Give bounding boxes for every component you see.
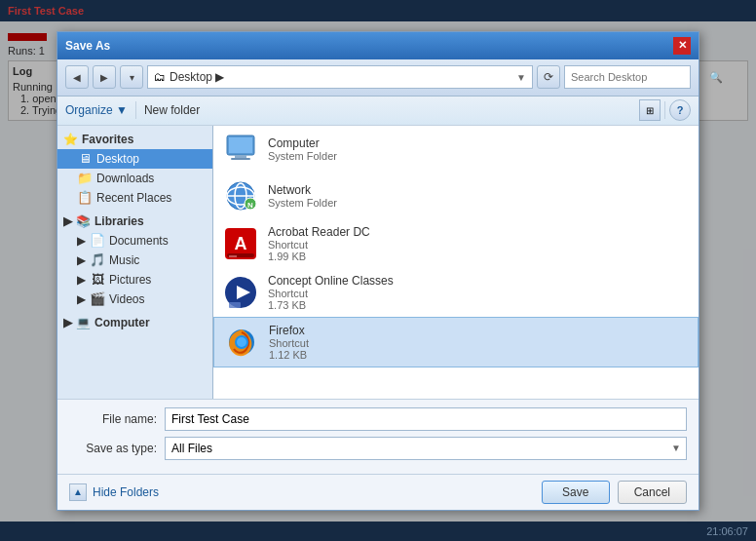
save-as-dialog: Save As ✕ ◀ ▶ ▾ 🗂 Desktop ▶ ▼ ⟳ 🔍 Organi… bbox=[57, 31, 699, 511]
file-detail: Shortcut bbox=[269, 337, 688, 349]
dialog-title: Save As bbox=[65, 39, 110, 53]
save-button[interactable]: Save bbox=[542, 481, 610, 504]
address-dropdown-arrow[interactable]: ▼ bbox=[516, 72, 526, 83]
file-name: Network bbox=[268, 183, 689, 197]
sidebar-item-music[interactable]: ▶ 🎵 Music bbox=[57, 251, 212, 270]
sidebar-item-label: Documents bbox=[109, 234, 169, 248]
toolbar-right-group: ⊞ ? bbox=[639, 99, 691, 121]
music-expand-icon: ▶ bbox=[77, 253, 86, 267]
concept-file-icon bbox=[223, 275, 258, 310]
file-item-network[interactable]: N Network System Folder bbox=[213, 173, 699, 219]
organize-toolbar: Organize ▼ New folder ⊞ ? bbox=[57, 97, 699, 126]
modal-overlay: Save As ✕ ◀ ▶ ▾ 🗂 Desktop ▶ ▼ ⟳ 🔍 Organi… bbox=[0, 0, 756, 541]
favorites-label: Favorites bbox=[82, 133, 133, 146]
computer-header[interactable]: ▶ 💻 Computer bbox=[57, 313, 212, 332]
sidebar-item-desktop[interactable]: 🖥 Desktop bbox=[57, 149, 212, 169]
file-item-computer[interactable]: Computer System Folder bbox=[213, 126, 699, 173]
hide-folders-button[interactable]: ▲ Hide Folders bbox=[69, 483, 159, 501]
organize-button[interactable]: Organize ▼ bbox=[65, 103, 128, 117]
libraries-label: Libraries bbox=[94, 214, 144, 228]
filename-input[interactable] bbox=[165, 407, 687, 431]
savetype-row: Save as type: All Files ▼ bbox=[69, 437, 687, 460]
filename-label: File name: bbox=[69, 412, 157, 426]
file-info-network: Network System Folder bbox=[268, 183, 689, 209]
favorites-section: ⭐ Favorites 🖥 Desktop 📁 Downloads 📋 Rece… bbox=[57, 130, 212, 208]
sidebar-item-videos[interactable]: ▶ 🎬 Videos bbox=[57, 290, 212, 309]
back-button[interactable]: ◀ bbox=[65, 65, 89, 89]
savetype-label: Save as type: bbox=[69, 442, 157, 455]
sidebar-item-label: Desktop bbox=[96, 152, 139, 166]
music-icon: 🎵 bbox=[90, 252, 105, 268]
recent-places-icon: 📋 bbox=[77, 190, 93, 206]
file-name: Concept Online Classes bbox=[268, 274, 689, 288]
file-detail: Shortcut bbox=[268, 288, 689, 299]
refresh-button[interactable]: ⟳ bbox=[537, 65, 560, 89]
search-bar[interactable]: 🔍 bbox=[564, 65, 691, 89]
sidebar-item-label: Pictures bbox=[109, 273, 151, 287]
sidebar-item-label: Downloads bbox=[96, 172, 154, 185]
svg-rect-16 bbox=[229, 302, 241, 308]
file-size: 1.73 KB bbox=[268, 299, 689, 311]
file-size: 1.12 KB bbox=[269, 349, 688, 361]
help-button[interactable]: ? bbox=[669, 99, 691, 121]
svg-rect-13 bbox=[229, 255, 237, 257]
dialog-sidebar: ⭐ Favorites 🖥 Desktop 📁 Downloads 📋 Rece… bbox=[57, 126, 213, 399]
dialog-nav-toolbar: ◀ ▶ ▾ 🗂 Desktop ▶ ▼ ⟳ 🔍 bbox=[57, 59, 699, 97]
svg-text:N: N bbox=[247, 201, 253, 210]
file-name: Computer bbox=[268, 136, 689, 150]
cancel-button[interactable]: Cancel bbox=[618, 481, 687, 504]
acrobat-file-icon: A bbox=[223, 226, 258, 261]
sidebar-item-label: Recent Places bbox=[96, 191, 171, 205]
sidebar-item-recent-places[interactable]: 📋 Recent Places bbox=[57, 188, 212, 208]
view-toggle-button[interactable]: ⊞ bbox=[639, 99, 661, 121]
libraries-header[interactable]: ▶ 📚 Libraries bbox=[57, 212, 212, 231]
sidebar-item-label: Music bbox=[109, 253, 139, 267]
computer-expand-icon: ▶ bbox=[63, 316, 72, 329]
svg-point-19 bbox=[237, 337, 246, 347]
recent-locations-button[interactable]: ▾ bbox=[120, 65, 143, 89]
file-name: Acrobat Reader DC bbox=[268, 225, 689, 239]
star-icon: ⭐ bbox=[63, 133, 78, 146]
savetype-wrapper: All Files ▼ bbox=[165, 437, 687, 460]
firefox-file-icon bbox=[224, 325, 259, 360]
sidebar-item-label: Videos bbox=[109, 292, 144, 306]
computer-label: Computer bbox=[94, 316, 150, 329]
favorites-header[interactable]: ⭐ Favorites bbox=[57, 130, 212, 149]
forward-button[interactable]: ▶ bbox=[93, 65, 116, 89]
libraries-section: ▶ 📚 Libraries ▶ 📄 Documents ▶ 🎵 Music bbox=[57, 212, 212, 309]
sidebar-item-documents[interactable]: ▶ 📄 Documents bbox=[57, 231, 212, 251]
folder-icon: 🗂 bbox=[154, 70, 166, 84]
network-file-icon: N bbox=[223, 178, 258, 213]
file-item-acrobat[interactable]: A Acrobat Reader DC Shortcut 1.99 KB bbox=[213, 219, 699, 268]
file-name: Firefox bbox=[269, 324, 688, 337]
pictures-expand-icon: ▶ bbox=[77, 273, 86, 287]
computer-file-icon bbox=[223, 132, 258, 167]
sidebar-item-downloads[interactable]: 📁 Downloads bbox=[57, 169, 212, 188]
address-text: Desktop ▶ bbox=[170, 70, 512, 84]
file-info-computer: Computer System Folder bbox=[268, 136, 689, 162]
footer-buttons: Save Cancel bbox=[542, 481, 687, 504]
documents-expand-icon: ▶ bbox=[77, 234, 86, 248]
new-folder-button[interactable]: New folder bbox=[144, 103, 200, 117]
libraries-icon: 📚 bbox=[76, 214, 91, 228]
file-size: 1.99 KB bbox=[268, 251, 689, 262]
file-detail: Shortcut bbox=[268, 239, 689, 251]
address-bar: 🗂 Desktop ▶ ▼ bbox=[147, 65, 533, 89]
sidebar-item-pictures[interactable]: ▶ 🖼 Pictures bbox=[57, 270, 212, 290]
videos-icon: 🎬 bbox=[90, 291, 105, 307]
file-item-firefox[interactable]: Firefox Shortcut 1.12 KB bbox=[213, 317, 699, 367]
computer-section: ▶ 💻 Computer bbox=[57, 313, 212, 332]
svg-rect-1 bbox=[229, 137, 252, 153]
search-input[interactable] bbox=[571, 71, 705, 83]
filename-row: File name: bbox=[69, 407, 687, 431]
file-item-concept[interactable]: Concept Online Classes Shortcut 1.73 KB bbox=[213, 268, 699, 317]
dialog-close-button[interactable]: ✕ bbox=[673, 37, 691, 55]
computer-icon: 💻 bbox=[76, 316, 91, 329]
toolbar-divider bbox=[135, 101, 136, 119]
dialog-main-content: ⭐ Favorites 🖥 Desktop 📁 Downloads 📋 Rece… bbox=[57, 126, 699, 399]
file-list: Computer System Folder N bbox=[213, 126, 699, 399]
desktop-icon: 🖥 bbox=[77, 151, 93, 167]
savetype-select[interactable]: All Files bbox=[165, 437, 687, 460]
documents-icon: 📄 bbox=[90, 233, 105, 249]
file-detail: System Folder bbox=[268, 197, 689, 209]
